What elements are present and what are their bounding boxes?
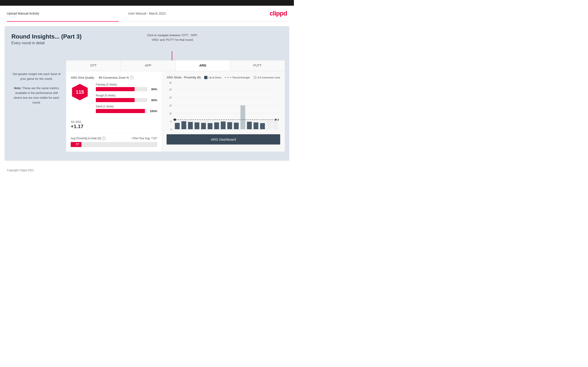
svg-rect-21 xyxy=(188,122,193,129)
svg-rect-33 xyxy=(267,120,272,129)
chart-area: 0 5 10 15 20 25 30 xyxy=(167,81,280,132)
chart-svg: 0 5 10 15 20 25 30 xyxy=(167,81,280,132)
svg-text:5: 5 xyxy=(170,120,172,123)
hexagon-container: 115 Fairway (5 shots) 80% xyxy=(71,83,157,116)
legend-6ft-zone: 6 ft conversion zone xyxy=(253,76,280,79)
prox-help-icon[interactable]: ? xyxy=(102,137,105,140)
sand-label: Sand (1 shots) xyxy=(96,105,157,108)
fairway-row: Fairway (5 shots) 80% xyxy=(96,83,157,91)
rough-row: Rough (5 shots) 80% xyxy=(96,94,157,102)
svg-rect-25 xyxy=(214,122,219,129)
chart-header: ARG Shots - Proximity (ft) Up & Down Rou… xyxy=(167,76,280,79)
header-divider xyxy=(7,21,287,22)
right-panel: ARG Shots - Proximity (ft) Up & Down Rou… xyxy=(162,71,285,152)
prox-header: Avg Proximity to Hole (ft) ? ↑ PGA Tour … xyxy=(71,137,157,140)
left-panel: ARG Shot Quality 6ft Conversion Zone % ? xyxy=(66,71,162,152)
header-center-text: User Manual - March 2022 xyxy=(128,12,166,15)
svg-rect-22 xyxy=(195,122,199,129)
card-body: ARG Shot Quality 6ft Conversion Zone % ? xyxy=(66,71,285,152)
dashboard-card: OTT APP ARG PUTT ARG Shot Quality 6ft Co… xyxy=(66,60,285,152)
prox-cursor xyxy=(81,142,81,147)
svg-rect-24 xyxy=(208,123,212,129)
hex-score-value: 115 xyxy=(76,89,84,95)
main-content: Round Insights... (Part 3) Every round i… xyxy=(5,26,289,161)
svg-rect-26 xyxy=(221,122,226,129)
sand-row: Sand (1 shots) 100% xyxy=(96,105,157,113)
footer: Copyright Clippd 2021 xyxy=(0,165,294,175)
arg-dashboard-button[interactable]: ARG Dashboard xyxy=(167,134,280,144)
upload-manual-activity-link[interactable]: Upload Manual Activity xyxy=(7,12,39,15)
rough-bar-bg xyxy=(96,98,147,102)
sg-section: SG ARG +1.17 xyxy=(71,120,157,129)
header: Upload Manual Activity User Manual - Mar… xyxy=(0,6,294,21)
tab-app[interactable]: APP xyxy=(121,60,176,71)
sg-value: +1.17 xyxy=(71,124,157,129)
fairway-bar-fill xyxy=(96,87,135,91)
legend-dashed-line xyxy=(225,77,231,78)
svg-rect-34 xyxy=(273,120,278,129)
svg-rect-28 xyxy=(234,123,239,129)
rough-bar-fill xyxy=(96,98,135,102)
svg-text:30: 30 xyxy=(169,82,172,84)
sand-pct: 100% xyxy=(149,109,157,113)
fairway-bar-bg xyxy=(96,87,147,91)
legend-up-down-label: Up & Down xyxy=(208,76,221,79)
sand-bar-bg xyxy=(96,109,147,113)
rough-label: Rough (5 shots) xyxy=(96,94,157,97)
tab-arg[interactable]: ARG xyxy=(176,60,230,71)
svg-text:20: 20 xyxy=(169,96,172,99)
panel-subtitle: 6ft Conversion Zone % ? xyxy=(99,76,134,79)
svg-text:15: 15 xyxy=(169,104,172,107)
shot-bars: Fairway (5 shots) 80% Rough (5 shots) xyxy=(96,83,157,116)
score-hexagon: 115 xyxy=(71,83,89,101)
legend-6ft-label: 6 ft conversion zone xyxy=(258,76,280,79)
panel-header: ARG Shot Quality 6ft Conversion Zone % ? xyxy=(71,76,157,79)
legend-up-down: Up & Down xyxy=(204,76,221,79)
fairway-label: Fairway (5 shots) xyxy=(96,83,157,86)
svg-rect-23 xyxy=(201,123,206,129)
legend-round-avg: Round Average xyxy=(225,76,250,79)
panel-title: ARG Shot Quality xyxy=(71,76,94,79)
tab-putt[interactable]: PUTT xyxy=(230,60,285,71)
nav-annotation: Click to navigate between 'OTT', 'APP', … xyxy=(147,33,198,42)
svg-rect-31 xyxy=(253,122,258,129)
rough-pct: 80% xyxy=(149,99,157,102)
tab-ott[interactable]: OTT xyxy=(66,60,121,71)
clippd-logo: clippd xyxy=(270,10,287,17)
svg-rect-20 xyxy=(182,121,186,129)
chart-title: ARG Shots - Proximity (ft) xyxy=(167,76,201,79)
pga-tour-avg: ↑ PGA Tour Avg: 7'10" xyxy=(130,137,157,140)
svg-rect-30 xyxy=(247,122,252,129)
prox-bar-bg: 77' xyxy=(71,142,157,147)
prox-title: Avg Proximity to Hole (ft) ? xyxy=(71,137,105,140)
help-icon[interactable]: ? xyxy=(130,76,134,79)
svg-rect-27 xyxy=(227,122,232,129)
svg-text:10: 10 xyxy=(169,112,172,115)
svg-rect-19 xyxy=(175,123,180,129)
left-info-text: Get greater insight into each facet of y… xyxy=(11,72,62,105)
prox-value-label: 77' xyxy=(76,143,80,146)
legend-round-avg-label: Round Average xyxy=(233,76,250,79)
svg-rect-32 xyxy=(260,123,265,129)
svg-text:0: 0 xyxy=(170,128,172,131)
svg-text:8: 8 xyxy=(278,118,279,121)
legend-box-dark xyxy=(204,76,208,79)
chart-legend: Up & Down Round Average 6 ft conversion … xyxy=(204,76,280,79)
fairway-pct: 80% xyxy=(149,88,157,91)
tab-bar: OTT APP ARG PUTT xyxy=(66,60,285,71)
proximity-section: Avg Proximity to Hole (ft) ? ↑ PGA Tour … xyxy=(71,133,157,147)
svg-rect-29 xyxy=(241,105,245,129)
svg-text:25: 25 xyxy=(169,88,172,91)
sand-bar-fill xyxy=(96,109,145,113)
hex-wrapper: 115 xyxy=(71,83,89,101)
top-bar xyxy=(0,0,294,6)
copyright-text: Copyright Clippd 2021 xyxy=(7,169,34,172)
legend-hatched-box xyxy=(253,76,257,79)
sg-label: SG ARG xyxy=(71,120,157,124)
